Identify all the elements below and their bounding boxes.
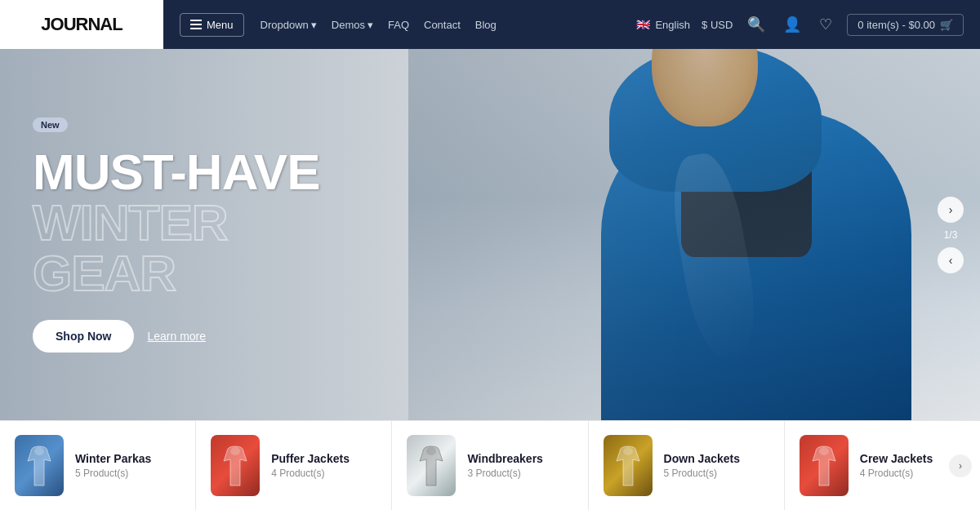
category-count-puffer: 4 Product(s) <box>271 468 376 479</box>
category-name-puffer: Puffer Jackets <box>271 452 376 465</box>
search-icon: 🔍 <box>747 16 765 33</box>
logo-area: JOURNAL <box>0 0 163 49</box>
category-name-wind: Windbreakers <box>467 452 572 465</box>
header-right: 🇬🇧 English $ USD 🔍 👤 ♡ 0 item(s) - $0.00… <box>636 12 964 37</box>
category-image-parkas <box>15 435 64 496</box>
svg-point-1 <box>230 447 240 455</box>
category-scroll-right-button[interactable]: › <box>949 455 972 477</box>
nav-faq[interactable]: FAQ <box>388 19 409 31</box>
category-image-wind <box>407 435 456 496</box>
category-winter-parkas[interactable]: Winter Parkas 5 Product(s) <box>0 421 196 510</box>
hero-section: New MUST-HAVE WINTER GEAR Shop Now Learn… <box>0 49 980 420</box>
category-info-puffer: Puffer Jackets 4 Product(s) <box>271 452 376 479</box>
new-badge: New <box>33 118 68 132</box>
category-image-crew <box>800 435 849 496</box>
category-puffer-jackets[interactable]: Puffer Jackets 4 Product(s) <box>196 421 392 510</box>
hero-title-sub: WINTER GEAR <box>33 197 359 299</box>
chevron-down-icon: ▾ <box>368 19 373 31</box>
category-down-jackets[interactable]: Down Jackets 5 Product(s) <box>589 421 785 510</box>
slider-next-button[interactable]: › <box>938 197 964 223</box>
svg-point-3 <box>623 447 633 455</box>
svg-point-0 <box>34 447 44 455</box>
heart-icon: ♡ <box>819 16 832 33</box>
category-crew-jackets[interactable]: Crew Jackets 4 Product(s) › <box>785 421 980 510</box>
flag-icon: 🇬🇧 <box>636 18 650 31</box>
hero-buttons: Shop Now Learn more <box>33 320 359 353</box>
svg-point-2 <box>426 447 436 455</box>
user-icon: 👤 <box>783 16 801 33</box>
menu-button[interactable]: Menu <box>180 13 244 37</box>
chevron-down-icon: ▾ <box>311 19 317 31</box>
nav-dropdown[interactable]: Dropdown ▾ <box>261 19 317 31</box>
category-name-parkas: Winter Parkas <box>75 452 180 465</box>
currency-selector[interactable]: $ USD <box>702 19 733 31</box>
category-info-wind: Windbreakers 3 Product(s) <box>467 452 572 479</box>
cart-icon: 🛒 <box>940 19 953 31</box>
category-image-puffer <box>211 435 260 496</box>
nav-contact[interactable]: Contact <box>424 19 461 31</box>
search-button[interactable]: 🔍 <box>744 12 768 37</box>
slider-prev-button[interactable]: ‹ <box>938 247 964 273</box>
logo: JOURNAL <box>41 14 122 35</box>
category-image-down <box>604 435 653 496</box>
category-bar: Winter Parkas 5 Product(s) Puffer Jacket… <box>0 420 980 510</box>
hero-content: New MUST-HAVE WINTER GEAR Shop Now Learn… <box>0 49 392 420</box>
language-selector[interactable]: 🇬🇧 English <box>636 18 690 31</box>
account-button[interactable]: 👤 <box>780 12 804 37</box>
nav-blog[interactable]: Blog <box>475 19 497 31</box>
slider-counter: 1/3 <box>944 229 958 241</box>
hamburger-icon <box>190 20 202 29</box>
main-nav: Dropdown ▾ Demos ▾ FAQ Contact Blog <box>261 19 621 31</box>
cart-button[interactable]: 0 item(s) - $0.00 🛒 <box>847 14 964 36</box>
category-count-wind: 3 Product(s) <box>467 468 572 479</box>
wishlist-button[interactable]: ♡ <box>816 12 835 37</box>
hero-title: MUST-HAVE WINTER GEAR <box>33 147 359 299</box>
category-count-parkas: 5 Product(s) <box>75 468 180 479</box>
category-name-down: Down Jackets <box>664 452 769 465</box>
category-windbreakers[interactable]: Windbreakers 3 Product(s) <box>392 421 588 510</box>
category-count-down: 5 Product(s) <box>664 468 769 479</box>
shop-now-button[interactable]: Shop Now <box>33 320 134 353</box>
learn-more-button[interactable]: Learn more <box>147 330 206 343</box>
category-info-parkas: Winter Parkas 5 Product(s) <box>75 452 180 479</box>
header: JOURNAL Menu Dropdown ▾ Demos ▾ FAQ Cont… <box>0 0 980 49</box>
svg-point-4 <box>819 447 829 455</box>
slider-controls: › 1/3 ‹ <box>938 197 964 273</box>
hero-title-main: MUST-HAVE <box>33 147 359 197</box>
nav-demos[interactable]: Demos ▾ <box>332 19 373 31</box>
category-info-down: Down Jackets 5 Product(s) <box>664 452 769 479</box>
